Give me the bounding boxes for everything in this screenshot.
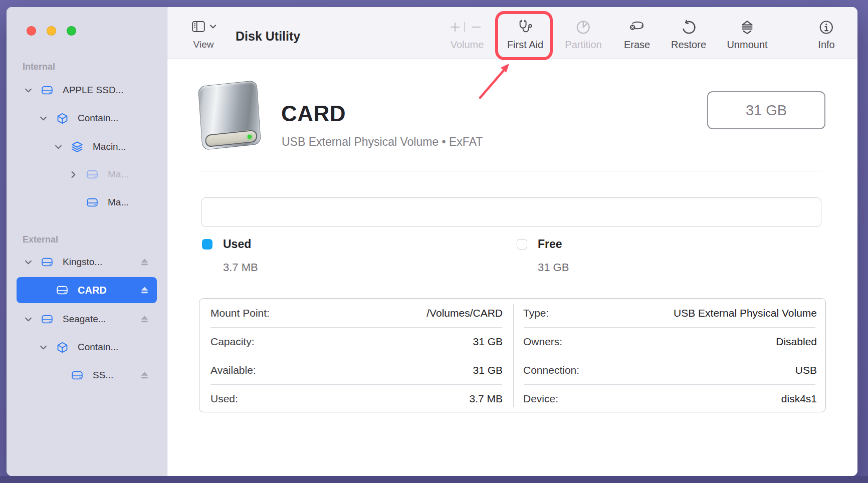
sidebar-item-label: Kingsto... [63, 257, 102, 268]
traffic-lights [27, 26, 76, 36]
table-row-divider [210, 327, 502, 328]
sidebar-item-ma[interactable]: Ma... [17, 165, 157, 184]
view-button[interactable]: View [185, 18, 222, 50]
restore-arrow-icon [681, 19, 697, 35]
sidebar-item-label: Ma... [108, 197, 129, 208]
sidebar-item-label: Contain... [78, 342, 118, 353]
toolbar-button-label: Volume [451, 39, 484, 51]
legend-used-label: Used [223, 237, 251, 251]
pie-chart-icon [576, 19, 591, 35]
toolbar-button-label: Info [818, 39, 834, 51]
sidebar-item-card[interactable]: CARD [17, 277, 157, 303]
table-row-divider [524, 384, 815, 385]
legend-free-value: 31 GB [538, 261, 569, 274]
sidebar-item-label: Macin... [93, 141, 126, 152]
sidebar-item-label: CARD [78, 285, 107, 296]
chevron-down-icon[interactable] [53, 141, 64, 152]
chevron-down-icon[interactable] [38, 113, 49, 124]
toolbar-button-unmount[interactable]: Unmount [727, 19, 767, 51]
toolbar-button-first-aid[interactable]: First Aid [507, 19, 543, 51]
disk-icon [85, 196, 100, 209]
details-table: Mount Point:/Volumes/CARDCapacity:31 GBA… [199, 298, 826, 412]
close-button[interactable] [27, 26, 36, 36]
sidebar-item-label: SS... [93, 370, 113, 381]
external-drive-image [198, 80, 261, 150]
eject-icon[interactable] [139, 314, 150, 325]
chevron-placeholder [38, 285, 49, 296]
toolbar-button-partition: Partition [565, 19, 601, 51]
usage-bar [201, 197, 821, 227]
chevron-down-icon[interactable] [38, 342, 49, 353]
chevron-placeholder [53, 370, 64, 381]
sidebar-item-seagate[interactable]: Seagate... [17, 310, 157, 329]
sidebar-item-label: APPLE SSD... [63, 85, 123, 96]
disk-icon [55, 284, 70, 297]
legend-free: Free 31 GB [517, 237, 569, 274]
main-content: CARD USB External Physical Volume • ExFA… [167, 59, 857, 476]
detail-value-device: disk4s1 [199, 393, 817, 405]
toolbar-button-label: Erase [624, 39, 650, 51]
container-icon [55, 341, 70, 354]
eject-icon[interactable] [139, 285, 150, 296]
chevron-right-icon[interactable] [68, 169, 79, 180]
toolbar-button-volume: Volume [448, 19, 486, 51]
window-title: Disk Utility [236, 29, 300, 44]
sidebar-item-label: Contain... [78, 113, 118, 124]
desktop-bottom-strip [0, 476, 868, 483]
sidebar-item-contain[interactable]: Contain... [17, 109, 157, 128]
chevron-down-icon[interactable] [23, 314, 34, 325]
toolbar-button-label: Restore [671, 39, 706, 51]
disk-icon [40, 256, 55, 269]
legend-free-label: Free [538, 237, 562, 251]
legend-used: Used 3.7 MB [202, 237, 258, 274]
stethoscope-icon [517, 19, 534, 35]
chevron-down-icon[interactable] [23, 257, 34, 268]
sidebar-section-title-internal: Internal [23, 62, 55, 72]
detail-value-type: USB External Physical Volume [199, 307, 817, 319]
unmount-icon [740, 19, 755, 35]
toolbar: View Disk Utility VolumeFirst AidPartiti… [167, 7, 857, 59]
minimize-button[interactable] [47, 26, 56, 36]
toolbar-button-label: Unmount [727, 39, 767, 51]
eject-icon[interactable] [139, 257, 150, 268]
erase-disk-icon [628, 19, 645, 35]
sidebar-item-macin[interactable]: Macin... [17, 137, 157, 156]
plus-minus-icon [448, 19, 486, 35]
detail-value-owners: Disabled [199, 336, 817, 348]
disk-icon [70, 369, 85, 382]
header-divider [200, 171, 822, 171]
toolbar-button-erase[interactable]: Erase [624, 19, 650, 51]
info-icon [818, 19, 834, 35]
sidebar-item-label: Ma... [108, 169, 129, 180]
toolbar-button-restore[interactable]: Restore [671, 19, 706, 51]
sidebar-item-contain[interactable]: Contain... [17, 338, 157, 357]
table-row-divider [524, 327, 815, 328]
legend-used-value: 3.7 MB [223, 261, 258, 274]
sidebar-panel-icon [191, 20, 206, 33]
zoom-button[interactable] [67, 26, 76, 36]
chevron-down-icon[interactable] [23, 85, 34, 96]
eject-icon[interactable] [139, 370, 150, 381]
disk-icon [85, 168, 100, 181]
sidebar-item-ma[interactable]: Ma... [17, 193, 157, 212]
sidebar-item-kingsto[interactable]: Kingsto... [17, 253, 157, 272]
toolbar-button-label: First Aid [507, 39, 543, 51]
container-icon [55, 112, 70, 125]
disk-icon [40, 313, 55, 326]
toolbar-button-info[interactable]: Info [818, 19, 834, 51]
sidebar: InternalAPPLE SSD...Contain...Macin...Ma… [7, 7, 167, 476]
sidebar-item-ss[interactable]: SS... [17, 366, 157, 385]
volume-subtitle: USB External Physical Volume • ExFAT [282, 135, 483, 149]
view-button-label: View [185, 39, 222, 50]
window-right-side: View Disk Utility VolumeFirst AidPartiti… [167, 7, 857, 476]
used-swatch [202, 239, 212, 250]
size-badge: 31 GB [707, 91, 825, 129]
drive-led [248, 135, 252, 139]
volume-stack-icon [70, 140, 85, 153]
chevron-down-icon [209, 24, 216, 29]
volume-title: CARD [281, 101, 346, 126]
toolbar-button-label: Partition [565, 39, 601, 51]
table-row-divider [524, 356, 815, 356]
free-swatch [517, 239, 527, 250]
sidebar-item-apple-ssd[interactable]: APPLE SSD... [17, 81, 157, 100]
